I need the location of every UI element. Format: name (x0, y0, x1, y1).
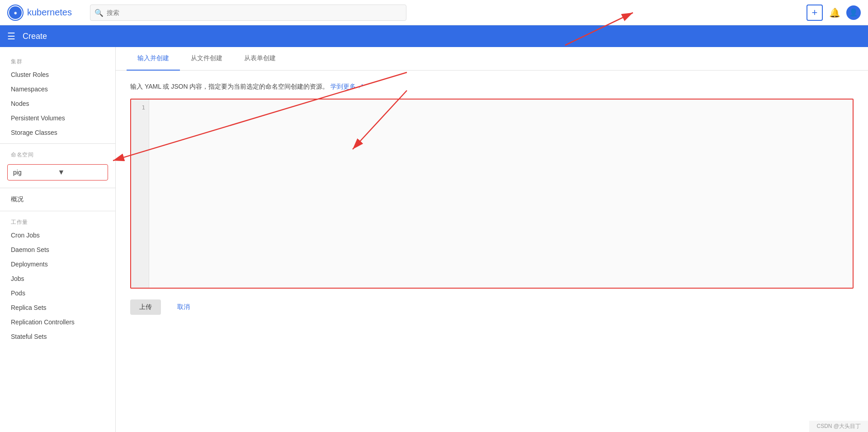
cancel-button[interactable]: 取消 (168, 299, 199, 315)
sidebar-item-replication-controllers[interactable]: Replication Controllers (0, 315, 115, 329)
sidebar-item-nodes[interactable]: Nodes (0, 96, 115, 111)
search-icon: 🔍 (94, 8, 104, 17)
create-content-area: 输入 YAML 或 JSON 内容，指定要为当前选定的命名空间创建的资源。 学到… (116, 71, 868, 326)
tab-form-create[interactable]: 从表单创建 (233, 47, 287, 71)
create-bar: ☰ Create (0, 25, 868, 47)
add-button[interactable]: + (807, 5, 823, 21)
sidebar-divider-3 (0, 211, 115, 211)
sidebar-item-deployments[interactable]: Deployments (0, 257, 115, 271)
layout: 集群 Cluster Roles Namespaces Nodes Persis… (0, 47, 868, 432)
workload-section-label: 工作量 (0, 215, 115, 228)
namespace-value: pig (13, 169, 58, 176)
description-text: 输入 YAML 或 JSON 内容，指定要为当前选定的命名空间创建的资源。 学到… (130, 81, 854, 91)
tab-file-create[interactable]: 从文件创建 (180, 47, 233, 71)
search-input[interactable] (90, 5, 406, 21)
tab-bar: 输入并创建 从文件创建 从表单创建 (116, 47, 868, 71)
footer: CSDN @大头目丁 (809, 421, 868, 432)
avatar[interactable]: 👤 (846, 5, 861, 20)
bell-icon: 🔔 (829, 7, 840, 18)
logo-link[interactable]: ⎈ kubernetes (7, 5, 72, 21)
namespace-select-wrap: pig ▼ (0, 161, 115, 184)
sidebar-item-cron-jobs[interactable]: Cron Jobs (0, 228, 115, 242)
topnav: ⎈ kubernetes 🔍 + 🔔 👤 (0, 0, 868, 25)
menu-hamburger-button[interactable]: ☰ (7, 31, 15, 42)
main-content: 输入并创建 从文件创建 从表单创建 输入 YAML 或 JSON 内容，指定要为… (116, 47, 868, 432)
topnav-actions: + 🔔 👤 (807, 5, 861, 21)
sidebar: 集群 Cluster Roles Namespaces Nodes Persis… (0, 47, 116, 432)
sidebar-divider-2 (0, 188, 115, 188)
sidebar-item-cluster-roles[interactable]: Cluster Roles (0, 67, 115, 82)
create-bar-title: Create (23, 32, 47, 41)
sidebar-item-jobs[interactable]: Jobs (0, 271, 115, 286)
notifications-button[interactable]: 🔔 (826, 5, 843, 21)
kubernetes-logo-icon: ⎈ (7, 5, 24, 21)
bottom-actions: 上传 取消 (130, 299, 854, 315)
upload-button[interactable]: 上传 (130, 299, 161, 315)
search-area: 🔍 (90, 5, 406, 21)
learn-more-link[interactable]: 学到更多 ↗ (330, 83, 364, 90)
tab-input-create[interactable]: 输入并创建 (127, 47, 180, 71)
line-number-1: 1 (131, 103, 149, 112)
sidebar-item-overview[interactable]: 概况 (0, 192, 115, 207)
sidebar-item-pods[interactable]: Pods (0, 286, 115, 300)
namespace-section-label: 命名空间 (0, 147, 115, 161)
sidebar-item-persistent-volumes[interactable]: Persistent Volumes (0, 111, 115, 125)
line-numbers: 1 (131, 100, 149, 288)
yaml-editor[interactable] (149, 100, 853, 290)
avatar-icon: 👤 (849, 8, 858, 17)
cluster-section-label: 集群 (0, 54, 115, 67)
namespace-dropdown[interactable]: pig ▼ (7, 164, 108, 180)
app-title: kubernetes (27, 7, 72, 18)
chevron-down-icon: ▼ (58, 168, 103, 176)
yaml-editor-wrap: 1 (130, 99, 854, 289)
sidebar-item-namespaces[interactable]: Namespaces (0, 82, 115, 96)
sidebar-item-daemon-sets[interactable]: Daemon Sets (0, 242, 115, 257)
sidebar-divider-1 (0, 143, 115, 144)
svg-text:⎈: ⎈ (14, 10, 17, 15)
sidebar-item-stateful-sets[interactable]: Stateful Sets (0, 329, 115, 344)
sidebar-item-replica-sets[interactable]: Replica Sets (0, 300, 115, 315)
sidebar-item-storage-classes[interactable]: Storage Classes (0, 125, 115, 140)
